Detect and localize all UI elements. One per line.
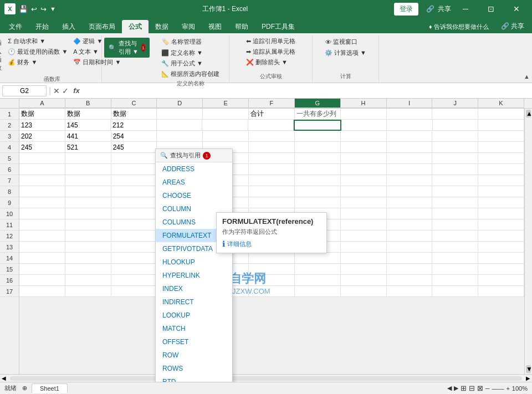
col-header-k[interactable]: K [478, 99, 524, 108]
cell-h6[interactable] [341, 164, 387, 175]
calc-options-btn[interactable]: ⚙️ 计算选项 ▼ [323, 48, 368, 58]
tab-formula[interactable]: 公式 [122, 20, 149, 33]
cell-h7[interactable] [341, 175, 387, 186]
formula-fx-label[interactable]: fx [71, 86, 82, 95]
cell-h2[interactable] [341, 120, 387, 131]
cell-f8[interactable] [249, 186, 295, 197]
cell-c1[interactable]: 数据 [111, 109, 157, 120]
cell-k7[interactable] [478, 175, 524, 186]
tab-review[interactable]: 审阅 [175, 20, 202, 33]
cell-h4[interactable] [341, 142, 387, 153]
cell-c13[interactable] [111, 242, 157, 253]
cell-j12[interactable] [432, 231, 478, 242]
cell-b2[interactable]: 145 [65, 120, 111, 131]
cell-h11[interactable] [341, 219, 387, 231]
cell-k14[interactable] [478, 253, 524, 264]
name-manager-btn[interactable]: 🏷️名称管理器 [160, 37, 221, 47]
row-num-16[interactable]: 16 [0, 275, 19, 286]
cell-g1[interactable]: 一共有多少列 [295, 109, 341, 120]
cell-h13[interactable] [341, 242, 387, 253]
lookup-ref-btn[interactable]: 🔍查找与引用 ▼ 1 [104, 38, 150, 58]
restore-btn[interactable]: ⊡ [480, 0, 502, 18]
define-name-btn[interactable]: ⬛ 定义名称 ▼ [160, 48, 221, 58]
cell-i10[interactable] [387, 208, 433, 219]
login-button[interactable]: 登录 [394, 3, 418, 16]
menu-item-rtd[interactable]: RTD [156, 375, 232, 382]
cell-g3[interactable] [295, 131, 341, 142]
cell-a8[interactable] [19, 186, 65, 197]
cell-j2[interactable] [433, 120, 479, 131]
cell-i14[interactable] [387, 253, 433, 264]
cell-k1[interactable] [478, 109, 524, 120]
cell-f17[interactable] [249, 286, 295, 297]
col-header-b[interactable]: B [65, 99, 111, 108]
cell-a9[interactable] [19, 197, 65, 208]
menu-item-hlookup[interactable]: HLOOKUP [156, 255, 232, 269]
trace-precedents-btn[interactable]: ⬅ 追踪引用单元格 [244, 37, 297, 46]
col-header-a[interactable]: A [19, 99, 65, 108]
cell-f15[interactable] [249, 264, 295, 275]
cell-c10[interactable] [111, 208, 157, 219]
cell-h16[interactable] [341, 275, 387, 286]
menu-item-index[interactable]: INDEX [156, 282, 232, 295]
cell-c16[interactable] [111, 275, 157, 286]
tell-me[interactable]: ♦ 告诉我你想要做什么 [422, 20, 495, 33]
cell-h5[interactable] [341, 153, 387, 164]
formula-cancel-btn[interactable]: ✕ [53, 86, 60, 95]
tab-data[interactable]: 数据 [149, 20, 175, 33]
cell-j7[interactable] [432, 175, 478, 186]
trace-dependents-btn[interactable]: ➡ 追踪从属单元格 [244, 47, 297, 57]
close-btn[interactable]: ✕ [505, 0, 528, 18]
row-num-2[interactable]: 2 [0, 120, 19, 131]
cell-a7[interactable] [19, 175, 65, 186]
cell-a13[interactable] [19, 242, 65, 253]
zoom-slider[interactable]: —— [492, 385, 504, 392]
cell-k5[interactable] [478, 153, 524, 164]
zoom-plus-btn[interactable]: + [506, 385, 509, 392]
cell-j14[interactable] [432, 253, 478, 264]
row-num-1[interactable]: 1 [0, 109, 19, 120]
name-box[interactable] [2, 85, 47, 96]
menu-item-rows[interactable]: ROWS [156, 362, 232, 375]
cell-j10[interactable] [432, 208, 478, 219]
cell-k16[interactable] [478, 275, 524, 286]
cell-h15[interactable] [341, 264, 387, 275]
col-header-f[interactable]: F [249, 99, 295, 108]
cell-a4[interactable]: 245 [19, 142, 65, 153]
cell-f5[interactable] [249, 153, 295, 164]
tab-insert[interactable]: 插入 [55, 20, 82, 33]
cell-k9[interactable] [478, 197, 524, 208]
add-sheet-btn[interactable]: ⊕ [19, 383, 30, 393]
col-header-g[interactable]: G [295, 99, 341, 108]
cell-a10[interactable] [19, 208, 65, 219]
use-in-formula-btn[interactable]: 🔧 用于公式 ▼ [160, 59, 221, 68]
minimize-btn[interactable]: ─ [454, 0, 477, 18]
cell-b4[interactable]: 521 [65, 142, 111, 153]
cell-a17[interactable] [19, 286, 65, 297]
ribbon-collapse-btn[interactable]: ▲ [524, 73, 530, 80]
create-from-selection-btn[interactable]: 📐 根据所选内容创建 [160, 69, 221, 79]
row-num-17[interactable]: 17 [0, 286, 19, 297]
cell-j4[interactable] [432, 142, 478, 153]
vertical-scrollbar[interactable]: ▲ ▼ [524, 109, 532, 374]
cell-b17[interactable] [65, 286, 111, 297]
cell-f14[interactable] [249, 253, 295, 264]
share-btn[interactable]: 🔗 共享 [495, 19, 530, 33]
cell-b1[interactable]: 数据 [65, 109, 111, 120]
cell-k4[interactable] [478, 142, 524, 153]
cell-i8[interactable] [387, 186, 433, 197]
cell-c2[interactable]: 212 [111, 120, 157, 131]
cell-b13[interactable] [65, 242, 111, 253]
cell-b16[interactable] [65, 275, 111, 286]
cell-f9[interactable] [249, 197, 295, 208]
cell-d3[interactable] [157, 131, 203, 142]
cell-h1[interactable] [341, 109, 387, 120]
cell-a3[interactable]: 202 [19, 131, 65, 142]
cell-k6[interactable] [478, 164, 524, 175]
watch-window-btn[interactable]: 👁监视窗口 [323, 37, 368, 47]
cell-c7[interactable] [111, 175, 157, 186]
col-header-i[interactable]: I [387, 99, 433, 108]
row-num-10[interactable]: 10 [0, 208, 19, 219]
cell-b3[interactable]: 441 [65, 131, 111, 142]
cell-f6[interactable] [249, 164, 295, 175]
